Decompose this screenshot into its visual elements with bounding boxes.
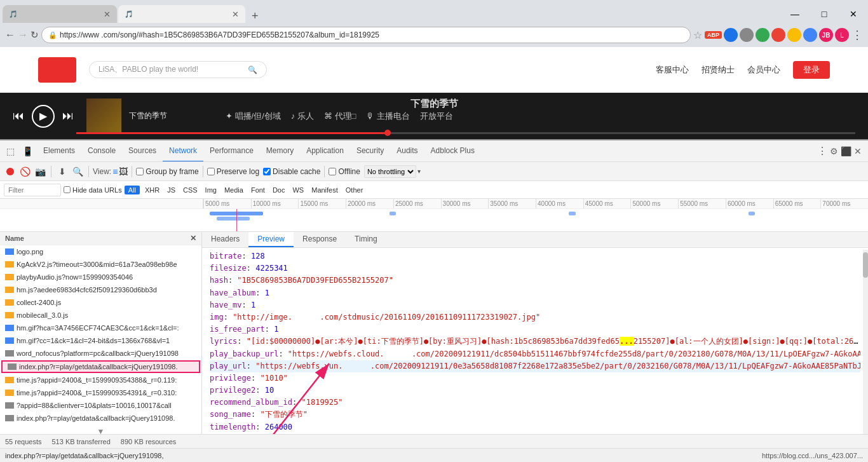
screenshot-view-button[interactable]: 🖼 bbox=[119, 166, 128, 177]
filter-button[interactable]: ⬇ bbox=[55, 165, 69, 179]
file-item-hm[interactable]: hm.js?aedee6983d4cfc62f509129360d6bb3d bbox=[0, 283, 201, 296]
details-tab-preview[interactable]: Preview bbox=[248, 232, 294, 247]
nav-link-1[interactable]: 客服中心 bbox=[656, 64, 689, 76]
filter-input[interactable] bbox=[4, 184, 61, 196]
maximize-button[interactable]: □ bbox=[810, 5, 839, 23]
devtools-tab-application[interactable]: Application bbox=[300, 140, 350, 162]
abp-icon[interactable]: ABP bbox=[705, 31, 722, 39]
file-item-mobilecall[interactable]: mobilecall_3.0.js bbox=[0, 309, 201, 322]
reload-button[interactable]: ↻ bbox=[31, 29, 39, 41]
record-button[interactable] bbox=[4, 165, 17, 178]
login-button[interactable]: 登录 bbox=[793, 61, 830, 79]
page-search-bar[interactable]: LiSA、PABLO play the world! 🔍 bbox=[89, 61, 267, 78]
media-filter-btn[interactable]: Media bbox=[222, 186, 246, 194]
ext-icon-4[interactable] bbox=[771, 28, 785, 42]
xhr-filter-btn[interactable]: XHR bbox=[142, 186, 162, 194]
file-item-playbyaudio[interactable]: playbyAudio.js?now=1599909354046 bbox=[0, 271, 201, 283]
nav-link-2[interactable]: 招贤纳士 bbox=[702, 64, 735, 76]
file-item-word-nofocus[interactable]: word_nofocus?platform=pc&callback=jQuery… bbox=[0, 347, 201, 360]
devtools-tab-audits[interactable]: Audits bbox=[390, 140, 424, 162]
doc-filter-btn[interactable]: Doc bbox=[270, 186, 288, 194]
ext-icon-5[interactable] bbox=[787, 28, 801, 42]
ext-icon-8[interactable]: L bbox=[835, 28, 849, 42]
js-filter-btn[interactable]: JS bbox=[165, 186, 178, 194]
throttle-select[interactable]: No throttling bbox=[364, 165, 416, 178]
details-tab-timing[interactable]: Timing bbox=[346, 232, 386, 247]
file-item-time1[interactable]: time.js?appid=2400&_t=1599909354388&_r=0… bbox=[0, 374, 201, 386]
tab-2[interactable]: 🎵 ✕ bbox=[118, 5, 245, 23]
devtools-close-icon[interactable]: ✕ bbox=[854, 146, 862, 156]
devtools-tab-elements[interactable]: Elements bbox=[37, 140, 81, 162]
devtools-element-selector[interactable]: ⬚ bbox=[3, 144, 18, 159]
ext-icon-7[interactable]: JB bbox=[819, 28, 833, 42]
nav-item-open[interactable]: 开放平台 bbox=[420, 111, 453, 122]
url-input-container[interactable]: 🔒 https://www .com/song/#hash=1B5C869853… bbox=[41, 27, 691, 43]
play-button[interactable]: ▶ bbox=[32, 105, 55, 128]
file-item-hmgif2[interactable]: hm.gif?cc=1&ck=1&cl=24-bit&ds=1366x768&v… bbox=[0, 334, 201, 347]
nav-item-zhubo[interactable]: ✦ 唱播/但/创域 bbox=[226, 111, 281, 122]
group-by-frame-checkbox[interactable] bbox=[136, 168, 144, 175]
hide-data-urls-checkbox[interactable] bbox=[64, 186, 71, 193]
nav-item-agent[interactable]: ⌘ 代理□ bbox=[324, 111, 356, 122]
file-item-kgack[interactable]: KgAckV2.js?timeout=3000&mid=61a73ea098eb… bbox=[0, 258, 201, 271]
file-item-logo[interactable]: logo.png bbox=[0, 245, 201, 258]
ext-icon-3[interactable] bbox=[756, 28, 770, 42]
file-item-collect[interactable]: collect-2400.js bbox=[0, 296, 201, 309]
devtools-tab-network[interactable]: Network bbox=[163, 140, 203, 162]
close-button[interactable]: ✕ bbox=[839, 5, 868, 23]
list-view-button[interactable]: ≡ bbox=[112, 166, 118, 177]
ext-icon-6[interactable] bbox=[803, 28, 817, 42]
scrollbar-thumb[interactable] bbox=[863, 252, 868, 278]
forward-button[interactable]: → bbox=[18, 29, 28, 41]
ws-filter-btn[interactable]: WS bbox=[290, 186, 306, 194]
devtools-device-toggle[interactable]: 📱 bbox=[18, 144, 37, 159]
hide-data-urls-label[interactable]: Hide data URLs bbox=[64, 186, 122, 194]
devtools-dock-icon[interactable]: ⬛ bbox=[841, 146, 851, 156]
devtools-settings-icon[interactable]: ⚙ bbox=[830, 146, 838, 156]
devtools-tab-performance[interactable]: Performance bbox=[203, 140, 260, 162]
devtools-tab-security[interactable]: Security bbox=[350, 140, 390, 162]
file-list-close-btn[interactable]: ✕ bbox=[190, 234, 196, 243]
back-button[interactable]: ← bbox=[5, 29, 15, 41]
devtools-tab-adblock[interactable]: Adblock Plus bbox=[424, 140, 481, 162]
devtools-tab-console[interactable]: Console bbox=[81, 140, 122, 162]
ext-icon-1[interactable] bbox=[724, 28, 738, 42]
ext-icon-2[interactable] bbox=[740, 28, 754, 42]
new-tab-button[interactable]: + bbox=[247, 10, 264, 23]
devtools-tab-sources[interactable]: Sources bbox=[122, 140, 163, 162]
preserve-log-label[interactable]: Preserve log bbox=[207, 167, 259, 176]
file-item-index2[interactable]: index.php?r=play/getdata&callback=jQuery… bbox=[0, 412, 201, 425]
details-tab-response[interactable]: Response bbox=[294, 232, 346, 247]
offline-checkbox[interactable] bbox=[329, 168, 336, 175]
next-button[interactable]: ⏭ bbox=[62, 109, 74, 123]
clear-button[interactable]: 🚫 bbox=[18, 165, 32, 179]
other-filter-btn[interactable]: Other bbox=[343, 186, 366, 194]
tab-1[interactable]: 🎵 ✕ bbox=[3, 5, 117, 23]
search-icon[interactable]: 🔍 bbox=[248, 65, 257, 74]
menu-button[interactable]: ⋮ bbox=[851, 28, 863, 42]
minimize-button[interactable]: — bbox=[780, 5, 810, 23]
file-item-hmgif1[interactable]: hm.gif?hca=3A7456ECF74CAE3C&cc=1&ck=1&cl… bbox=[0, 322, 201, 334]
disable-cache-checkbox[interactable] bbox=[263, 168, 271, 175]
media-song-link[interactable]: 下雪的季节 bbox=[129, 111, 167, 121]
file-item-appid[interactable]: ?appid=88&clientver=10&plats=10016,10017… bbox=[0, 399, 201, 412]
file-item-index-selected[interactable]: index.php?r=play/getdata&callback=jQuery… bbox=[1, 360, 200, 373]
css-filter-btn[interactable]: CSS bbox=[180, 186, 200, 194]
font-filter-btn[interactable]: Font bbox=[248, 186, 268, 194]
devtools-tab-memory[interactable]: Memory bbox=[260, 140, 300, 162]
nav-item-music[interactable]: ♪ 乐人 bbox=[291, 111, 314, 122]
manifest-filter-btn[interactable]: Manifest bbox=[309, 186, 341, 194]
file-item-time2[interactable]: time.js?appid=2400&_t=1599909354391&_r=0… bbox=[0, 386, 201, 399]
img-filter-btn[interactable]: Img bbox=[203, 186, 219, 194]
all-filter-btn[interactable]: All bbox=[125, 186, 140, 194]
progress-track[interactable] bbox=[76, 132, 855, 134]
details-scrollbar[interactable] bbox=[863, 250, 868, 448]
offline-label[interactable]: Offline bbox=[329, 167, 360, 176]
nav-item-radio[interactable]: 🎙 主播电台 bbox=[366, 111, 410, 122]
tab-1-close[interactable]: ✕ bbox=[104, 10, 111, 19]
camera-button[interactable]: 📷 bbox=[33, 165, 47, 179]
disable-cache-label[interactable]: Disable cache bbox=[263, 167, 320, 176]
group-by-frame-label[interactable]: Group by frame bbox=[136, 167, 198, 176]
tab-2-close[interactable]: ✕ bbox=[232, 10, 239, 19]
devtools-overflow-icon[interactable]: ⋮ bbox=[817, 145, 827, 157]
